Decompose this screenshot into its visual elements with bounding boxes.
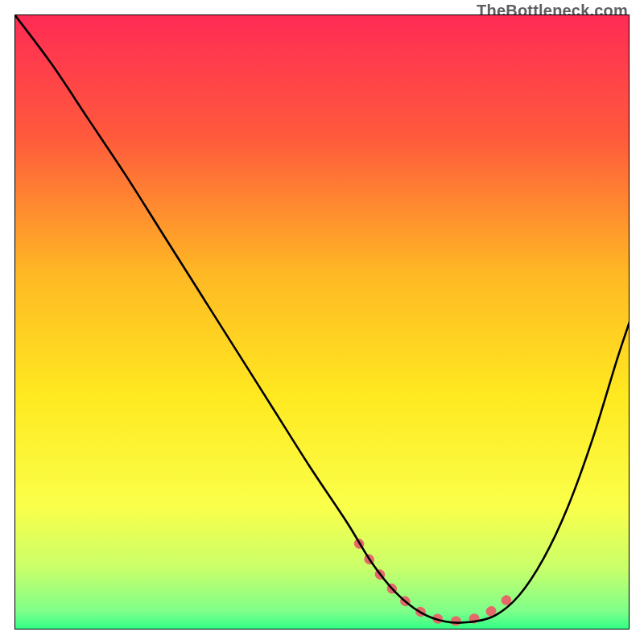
chart-background [14,14,630,630]
chart-svg [14,14,630,630]
chart-frame [14,14,630,630]
